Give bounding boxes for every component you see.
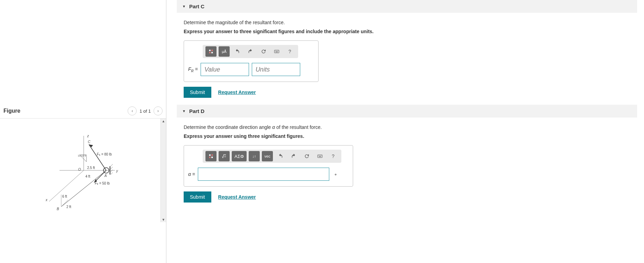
- svg-rect-35: [320, 156, 321, 156]
- dim-25ft: 2.5 ft: [87, 166, 95, 170]
- svg-line-8: [111, 172, 113, 175]
- svg-rect-19: [209, 52, 211, 53]
- part-c-toolbar: µÅ ?: [203, 45, 298, 58]
- part-c-title: Part C: [189, 3, 204, 9]
- part-c-instruction: Express your answer to three significant…: [184, 29, 637, 34]
- templates-button[interactable]: [205, 46, 217, 57]
- part-c-actions: Submit Request Answer: [184, 87, 637, 98]
- part-c-units-input[interactable]: [252, 63, 300, 76]
- svg-rect-20: [211, 52, 213, 53]
- figure-position: 1 of 1: [139, 109, 151, 114]
- point-b-label: B: [57, 207, 59, 211]
- keyboard-button[interactable]: [271, 46, 282, 57]
- undo-button[interactable]: [232, 46, 243, 57]
- main-layout: Figure ‹ 1 of 1 ›: [0, 0, 644, 263]
- slope-label: 13 12 5: [78, 154, 86, 157]
- dim-4ft: 4 ft: [85, 175, 90, 178]
- svg-rect-31: [224, 156, 226, 157]
- point-c-label: C: [88, 140, 90, 144]
- part-c-request-answer-link[interactable]: Request Answer: [218, 90, 256, 95]
- dim-2ft: 2 ft: [66, 205, 71, 209]
- axis-z-label: z: [87, 134, 89, 138]
- f2-label: F₂ = 50 lb: [95, 181, 110, 185]
- engineering-diagram: z y x C O A B F₁ = 80 lb F₂ = 50 lb 2.5 …: [35, 125, 125, 215]
- part-d-request-answer-link[interactable]: Request Answer: [218, 194, 256, 200]
- svg-rect-26: [276, 52, 278, 52]
- svg-line-7: [111, 170, 113, 172]
- part-c-prompt: Determine the magnitude of the resultant…: [184, 20, 637, 25]
- axis-x-label: x: [46, 198, 47, 202]
- part-d-toolbar: ΑΣΦ ↓↑ vec ?: [203, 150, 341, 163]
- part-d-actions: Submit Request Answer: [184, 191, 637, 203]
- svg-rect-22: [275, 51, 275, 51]
- part-d-value-input[interactable]: [198, 168, 329, 181]
- part-d-body: Determine the coordinate direction angle…: [177, 118, 644, 209]
- part-c-body: Determine the magnitude of the resultant…: [177, 13, 644, 105]
- figure-body: z y x C O A B F₁ = 80 lb F₂ = 50 lb 2.5 …: [0, 119, 166, 222]
- scroll-down-icon[interactable]: ▼: [161, 217, 166, 222]
- part-d-submit-button[interactable]: Submit: [184, 191, 211, 203]
- collapse-icon[interactable]: ▼: [182, 4, 186, 8]
- part-d-title: Part D: [189, 108, 204, 114]
- svg-rect-32: [318, 155, 322, 158]
- part-c-variable: FR =: [188, 66, 198, 73]
- svg-rect-25: [278, 51, 278, 51]
- part-d-variable: α =: [188, 171, 195, 177]
- svg-line-5: [111, 164, 113, 166]
- part-d-answer-box: ΑΣΦ ↓↑ vec ?: [184, 145, 353, 187]
- dim-6ft: 6 ft: [62, 195, 67, 198]
- point-o-label: O: [78, 168, 81, 171]
- svg-rect-24: [277, 51, 277, 51]
- svg-rect-21: [274, 50, 279, 53]
- updown-button[interactable]: ↓↑: [249, 151, 260, 161]
- f1-label: F₁ = 80 lb: [97, 152, 112, 156]
- axis-y-label: y: [116, 169, 118, 173]
- svg-rect-37: [319, 157, 321, 157]
- reset-button[interactable]: [301, 151, 312, 161]
- svg-rect-36: [321, 156, 321, 156]
- svg-rect-29: [209, 157, 211, 158]
- greek-button[interactable]: ΑΣΦ: [232, 151, 247, 161]
- reset-button[interactable]: [258, 46, 269, 57]
- collapse-icon[interactable]: ▼: [182, 109, 186, 113]
- undo-button[interactable]: [275, 151, 286, 161]
- svg-rect-17: [209, 50, 211, 51]
- svg-rect-18: [211, 50, 213, 51]
- keyboard-button[interactable]: [314, 151, 325, 161]
- part-d-header[interactable]: ▼ Part D: [177, 105, 637, 118]
- svg-rect-4: [109, 166, 111, 175]
- svg-rect-23: [276, 51, 276, 51]
- help-button[interactable]: ?: [284, 46, 295, 57]
- svg-rect-28: [211, 154, 213, 156]
- svg-line-13: [61, 170, 106, 207]
- svg-line-6: [111, 167, 113, 169]
- part-c-input-row: FR =: [188, 63, 314, 76]
- figure-image: z y x C O A B F₁ = 80 lb F₂ = 50 lb 2.5 …: [0, 119, 160, 222]
- part-d-input-row: α = ∘: [188, 168, 349, 181]
- redo-button[interactable]: [245, 46, 256, 57]
- svg-rect-27: [209, 154, 211, 156]
- redo-button[interactable]: [288, 151, 299, 161]
- part-c-answer-box: µÅ ? FR =: [184, 40, 319, 82]
- part-d-instruction: Express your answer using three signific…: [184, 133, 637, 139]
- figure-panel: Figure ‹ 1 of 1 ›: [0, 0, 166, 263]
- figure-next-button[interactable]: ›: [154, 106, 163, 115]
- degree-suffix: ∘: [334, 171, 337, 177]
- scroll-up-icon[interactable]: ▲: [161, 119, 166, 124]
- svg-rect-30: [211, 157, 213, 158]
- templates-button[interactable]: [205, 151, 217, 161]
- help-button[interactable]: ?: [328, 151, 339, 161]
- figure-nav: ‹ 1 of 1 ›: [128, 106, 163, 115]
- part-c-header[interactable]: ▼ Part C: [177, 0, 637, 13]
- sqrt-button[interactable]: [219, 151, 230, 161]
- part-d-prompt: Determine the coordinate direction angle…: [184, 124, 637, 130]
- part-c-value-input[interactable]: [201, 63, 249, 76]
- figure-prev-button[interactable]: ‹: [128, 106, 137, 115]
- vec-button[interactable]: vec: [262, 151, 273, 161]
- svg-rect-33: [318, 156, 319, 156]
- point-a-label: A: [104, 174, 107, 178]
- part-c-submit-button[interactable]: Submit: [184, 87, 211, 98]
- svg-rect-34: [319, 156, 320, 156]
- figure-scrollbar[interactable]: ▲ ▼: [160, 119, 166, 222]
- units-button[interactable]: µÅ: [219, 46, 230, 57]
